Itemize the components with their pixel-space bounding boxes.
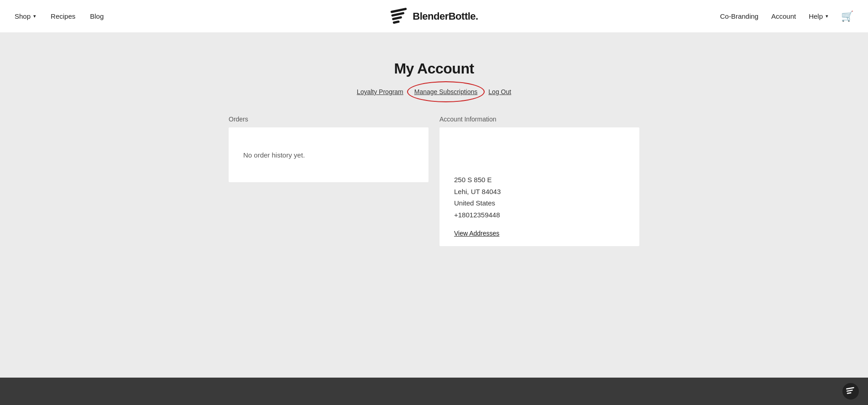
footer-logo-icon [846, 386, 856, 396]
content-columns: Orders No order history yet. Account Inf… [229, 116, 639, 246]
address-block: 250 S 850 E Lehi, UT 84043 United States… [454, 174, 625, 221]
nav-blog[interactable]: Blog [90, 12, 104, 20]
no-orders-text: No order history yet. [243, 151, 305, 159]
view-addresses-link[interactable]: View Addresses [454, 230, 625, 237]
logo-text: BlenderBottle. [413, 11, 478, 22]
nav-manage-subscriptions[interactable]: Manage Subscriptions [409, 86, 483, 97]
site-logo[interactable]: BlenderBottle. [390, 6, 478, 26]
orders-column: Orders No order history yet. [229, 116, 429, 182]
svg-rect-5 [847, 389, 853, 392]
address-line-1: 250 S 850 E [454, 174, 625, 186]
account-info-label: Account Information [439, 116, 639, 123]
nav-help[interactable]: Help ▾ [809, 12, 828, 20]
account-nav: Loyalty Program Manage Subscriptions Log… [351, 86, 517, 97]
svg-rect-6 [847, 392, 851, 394]
svg-rect-0 [390, 7, 407, 13]
orders-label: Orders [229, 116, 429, 123]
cart-icon[interactable]: 🛒 [841, 11, 853, 22]
address-line-2: Lehi, UT 84043 [454, 186, 625, 198]
address-line-3: United States [454, 197, 625, 209]
page-title: My Account [394, 60, 474, 77]
nav-shop[interactable]: Shop ▾ [15, 12, 36, 20]
site-footer [0, 378, 868, 405]
nav-logout[interactable]: Log Out [483, 86, 517, 97]
nav-right: Co-Branding Account Help ▾ 🛒 [720, 11, 853, 22]
site-header: Shop ▾ Recipes Blog BlenderBottle. Co-Br… [0, 0, 868, 33]
phone-number: +18012359448 [454, 209, 625, 221]
orders-card: No order history yet. [229, 127, 429, 182]
nav-recipes[interactable]: Recipes [51, 12, 75, 20]
nav-left: Shop ▾ Recipes Blog [15, 12, 104, 20]
svg-rect-3 [392, 20, 400, 24]
account-info-card: 250 S 850 E Lehi, UT 84043 United States… [439, 127, 639, 246]
nav-account[interactable]: Account [771, 12, 796, 20]
logo-icon [390, 6, 410, 26]
main-content: My Account Loyalty Program Manage Subscr… [0, 33, 868, 378]
svg-rect-4 [846, 387, 854, 390]
svg-rect-2 [392, 16, 403, 20]
nav-cobranding[interactable]: Co-Branding [720, 12, 758, 20]
nav-loyalty-program[interactable]: Loyalty Program [351, 86, 409, 97]
help-chevron-icon: ▾ [826, 13, 828, 19]
shop-chevron-icon: ▾ [33, 13, 36, 19]
nav-manage-subscriptions-wrapper: Manage Subscriptions [409, 88, 483, 96]
account-info-column: Account Information 250 S 850 E Lehi, UT… [439, 116, 639, 246]
footer-brand-icon [842, 383, 859, 400]
